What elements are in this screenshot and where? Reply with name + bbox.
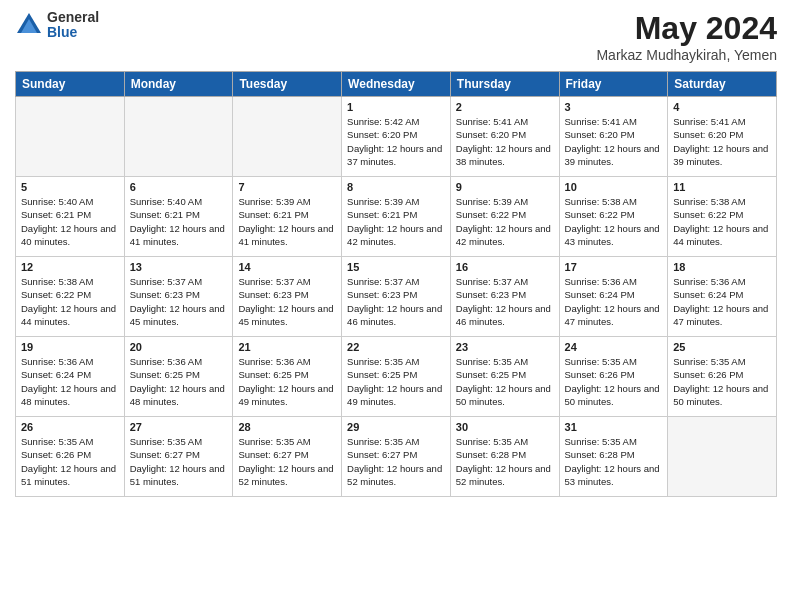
day-cell: 17Sunrise: 5:36 AMSunset: 6:24 PMDayligh… <box>559 257 668 337</box>
day-info: Sunrise: 5:35 AMSunset: 6:26 PMDaylight:… <box>673 355 771 408</box>
day-info: Sunrise: 5:38 AMSunset: 6:22 PMDaylight:… <box>565 195 663 248</box>
sunset-text: Sunset: 6:20 PM <box>347 128 445 141</box>
day-cell: 18Sunrise: 5:36 AMSunset: 6:24 PMDayligh… <box>668 257 777 337</box>
day-number: 3 <box>565 101 663 113</box>
day-number: 23 <box>456 341 554 353</box>
daylight-text: Daylight: 12 hours and 45 minutes. <box>130 302 228 329</box>
header-saturday: Saturday <box>668 72 777 97</box>
sunrise-text: Sunrise: 5:39 AM <box>456 195 554 208</box>
daylight-text: Daylight: 12 hours and 41 minutes. <box>130 222 228 249</box>
day-info: Sunrise: 5:37 AMSunset: 6:23 PMDaylight:… <box>456 275 554 328</box>
week-row-4: 19Sunrise: 5:36 AMSunset: 6:24 PMDayligh… <box>16 337 777 417</box>
day-number: 15 <box>347 261 445 273</box>
daylight-text: Daylight: 12 hours and 52 minutes. <box>238 462 336 489</box>
logo-icon <box>15 11 43 39</box>
sunrise-text: Sunrise: 5:35 AM <box>347 435 445 448</box>
day-info: Sunrise: 5:35 AMSunset: 6:27 PMDaylight:… <box>238 435 336 488</box>
day-number: 7 <box>238 181 336 193</box>
day-cell <box>668 417 777 497</box>
day-info: Sunrise: 5:38 AMSunset: 6:22 PMDaylight:… <box>673 195 771 248</box>
day-number: 26 <box>21 421 119 433</box>
day-cell: 16Sunrise: 5:37 AMSunset: 6:23 PMDayligh… <box>450 257 559 337</box>
month-year-title: May 2024 <box>596 10 777 47</box>
day-cell: 1Sunrise: 5:42 AMSunset: 6:20 PMDaylight… <box>342 97 451 177</box>
sunrise-text: Sunrise: 5:39 AM <box>347 195 445 208</box>
daylight-text: Daylight: 12 hours and 46 minutes. <box>347 302 445 329</box>
daylight-text: Daylight: 12 hours and 38 minutes. <box>456 142 554 169</box>
sunrise-text: Sunrise: 5:41 AM <box>673 115 771 128</box>
day-cell: 6Sunrise: 5:40 AMSunset: 6:21 PMDaylight… <box>124 177 233 257</box>
day-number: 5 <box>21 181 119 193</box>
daylight-text: Daylight: 12 hours and 52 minutes. <box>456 462 554 489</box>
day-cell: 29Sunrise: 5:35 AMSunset: 6:27 PMDayligh… <box>342 417 451 497</box>
daylight-text: Daylight: 12 hours and 50 minutes. <box>673 382 771 409</box>
day-cell: 2Sunrise: 5:41 AMSunset: 6:20 PMDaylight… <box>450 97 559 177</box>
day-number: 14 <box>238 261 336 273</box>
daylight-text: Daylight: 12 hours and 52 minutes. <box>347 462 445 489</box>
sunrise-text: Sunrise: 5:35 AM <box>347 355 445 368</box>
day-cell: 11Sunrise: 5:38 AMSunset: 6:22 PMDayligh… <box>668 177 777 257</box>
sunrise-text: Sunrise: 5:38 AM <box>673 195 771 208</box>
logo: General Blue <box>15 10 99 41</box>
day-info: Sunrise: 5:36 AMSunset: 6:24 PMDaylight:… <box>565 275 663 328</box>
daylight-text: Daylight: 12 hours and 48 minutes. <box>130 382 228 409</box>
day-info: Sunrise: 5:36 AMSunset: 6:24 PMDaylight:… <box>21 355 119 408</box>
sunrise-text: Sunrise: 5:37 AM <box>456 275 554 288</box>
day-cell: 21Sunrise: 5:36 AMSunset: 6:25 PMDayligh… <box>233 337 342 417</box>
sunset-text: Sunset: 6:26 PM <box>565 368 663 381</box>
day-cell: 3Sunrise: 5:41 AMSunset: 6:20 PMDaylight… <box>559 97 668 177</box>
day-number: 8 <box>347 181 445 193</box>
day-cell <box>233 97 342 177</box>
logo-text: General Blue <box>47 10 99 41</box>
daylight-text: Daylight: 12 hours and 39 minutes. <box>673 142 771 169</box>
day-cell: 15Sunrise: 5:37 AMSunset: 6:23 PMDayligh… <box>342 257 451 337</box>
daylight-text: Daylight: 12 hours and 48 minutes. <box>21 382 119 409</box>
sunset-text: Sunset: 6:26 PM <box>673 368 771 381</box>
day-number: 2 <box>456 101 554 113</box>
day-cell: 5Sunrise: 5:40 AMSunset: 6:21 PMDaylight… <box>16 177 125 257</box>
sunset-text: Sunset: 6:24 PM <box>565 288 663 301</box>
day-number: 21 <box>238 341 336 353</box>
day-number: 30 <box>456 421 554 433</box>
day-number: 29 <box>347 421 445 433</box>
week-row-5: 26Sunrise: 5:35 AMSunset: 6:26 PMDayligh… <box>16 417 777 497</box>
day-cell: 22Sunrise: 5:35 AMSunset: 6:25 PMDayligh… <box>342 337 451 417</box>
day-info: Sunrise: 5:39 AMSunset: 6:22 PMDaylight:… <box>456 195 554 248</box>
day-info: Sunrise: 5:36 AMSunset: 6:25 PMDaylight:… <box>130 355 228 408</box>
sunset-text: Sunset: 6:24 PM <box>21 368 119 381</box>
sunset-text: Sunset: 6:27 PM <box>238 448 336 461</box>
day-info: Sunrise: 5:35 AMSunset: 6:26 PMDaylight:… <box>21 435 119 488</box>
daylight-text: Daylight: 12 hours and 47 minutes. <box>565 302 663 329</box>
sunrise-text: Sunrise: 5:40 AM <box>130 195 228 208</box>
week-row-1: 1Sunrise: 5:42 AMSunset: 6:20 PMDaylight… <box>16 97 777 177</box>
sunrise-text: Sunrise: 5:35 AM <box>456 435 554 448</box>
day-info: Sunrise: 5:36 AMSunset: 6:25 PMDaylight:… <box>238 355 336 408</box>
week-row-2: 5Sunrise: 5:40 AMSunset: 6:21 PMDaylight… <box>16 177 777 257</box>
sunset-text: Sunset: 6:22 PM <box>673 208 771 221</box>
weekday-header-row: Sunday Monday Tuesday Wednesday Thursday… <box>16 72 777 97</box>
sunrise-text: Sunrise: 5:37 AM <box>130 275 228 288</box>
sunset-text: Sunset: 6:25 PM <box>347 368 445 381</box>
sunrise-text: Sunrise: 5:36 AM <box>21 355 119 368</box>
day-info: Sunrise: 5:40 AMSunset: 6:21 PMDaylight:… <box>21 195 119 248</box>
day-cell <box>16 97 125 177</box>
day-cell: 25Sunrise: 5:35 AMSunset: 6:26 PMDayligh… <box>668 337 777 417</box>
sunset-text: Sunset: 6:20 PM <box>565 128 663 141</box>
sunrise-text: Sunrise: 5:39 AM <box>238 195 336 208</box>
day-cell: 23Sunrise: 5:35 AMSunset: 6:25 PMDayligh… <box>450 337 559 417</box>
day-info: Sunrise: 5:41 AMSunset: 6:20 PMDaylight:… <box>565 115 663 168</box>
sunset-text: Sunset: 6:20 PM <box>673 128 771 141</box>
sunset-text: Sunset: 6:26 PM <box>21 448 119 461</box>
day-number: 10 <box>565 181 663 193</box>
sunset-text: Sunset: 6:23 PM <box>130 288 228 301</box>
sunset-text: Sunset: 6:23 PM <box>456 288 554 301</box>
day-number: 24 <box>565 341 663 353</box>
sunrise-text: Sunrise: 5:35 AM <box>565 435 663 448</box>
day-cell: 13Sunrise: 5:37 AMSunset: 6:23 PMDayligh… <box>124 257 233 337</box>
day-info: Sunrise: 5:39 AMSunset: 6:21 PMDaylight:… <box>347 195 445 248</box>
day-info: Sunrise: 5:37 AMSunset: 6:23 PMDaylight:… <box>130 275 228 328</box>
day-number: 17 <box>565 261 663 273</box>
header-friday: Friday <box>559 72 668 97</box>
day-info: Sunrise: 5:36 AMSunset: 6:24 PMDaylight:… <box>673 275 771 328</box>
sunrise-text: Sunrise: 5:36 AM <box>565 275 663 288</box>
